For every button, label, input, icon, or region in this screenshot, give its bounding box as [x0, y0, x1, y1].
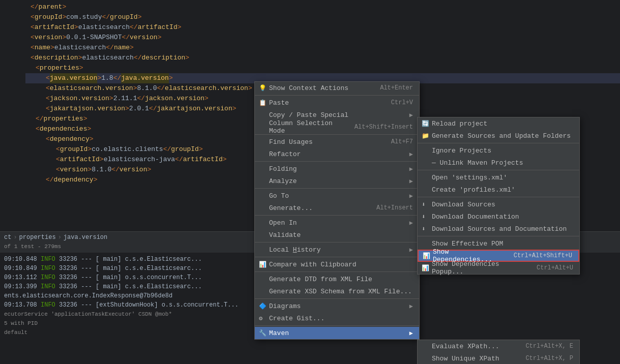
arrow-icon: ▶: [409, 302, 413, 310]
menu-item-label: Show Effective POM: [432, 240, 503, 248]
submenu-evaluate-xpath[interactable]: Evaluate XPath... Ctrl+Alt+X, E: [418, 340, 579, 352]
menu-generate-dtd[interactable]: Generate DTD from XML File: [255, 273, 419, 285]
menu-item-label: — Unlink Maven Projects: [432, 159, 523, 167]
menu-refactor[interactable]: Refactor ▶: [255, 148, 419, 160]
submenu-unlink-maven[interactable]: — Unlink Maven Projects: [418, 157, 579, 169]
menu-item-label: Go To: [269, 192, 289, 200]
compare-icon: 📊: [259, 261, 267, 268]
menu-item-label: Reload project: [432, 120, 487, 128]
menu-analyze[interactable]: Analyze ▶: [255, 175, 419, 187]
menu-item-label: Compare with Clipboard: [269, 261, 357, 268]
menu-item-label: Maven: [269, 329, 289, 337]
context-menu: 💡 Show Context Actions Alt+Enter 📋 Paste…: [254, 81, 420, 340]
shortcut-label: Ctrl+Alt+X, P: [525, 355, 573, 362]
lightbulb-icon: 💡: [259, 84, 267, 92]
code-line-5: <name>elasticsearch</name>: [25, 43, 620, 53]
menu-folding[interactable]: Folding ▶: [255, 163, 419, 175]
menu-item-label: Validate: [269, 231, 301, 239]
menu-paste[interactable]: 📋 Paste Ctrl+V: [255, 97, 419, 109]
breadcrumb-item-ct[interactable]: ct: [4, 234, 11, 241]
submenu-download-sources-docs[interactable]: ⬇ Download Sources and Documentation: [418, 223, 579, 235]
code-line-6: <description>elasticsearch</description>: [25, 53, 620, 63]
submenu-show-unique-xpath[interactable]: Show Unique XPath Ctrl+Alt+X, P: [418, 352, 579, 364]
menu-item-label: Refactor: [269, 150, 301, 158]
separator-1: [255, 95, 419, 96]
shortcut-label: Ctrl+Alt+U: [537, 264, 573, 271]
menu-item-label: Local History: [269, 246, 320, 254]
separator-3: [255, 161, 419, 162]
menu-go-to[interactable]: Go To ▶: [255, 190, 419, 202]
separator-10: [255, 325, 419, 326]
deps-icon: 📊: [423, 252, 430, 260]
menu-item-label: Create 'profiles.xml': [432, 186, 515, 194]
breadcrumb-item-properties[interactable]: properties: [19, 234, 56, 241]
menu-item-label: Download Documentation: [432, 213, 519, 221]
shortcut-label: Alt+Insert: [376, 204, 413, 211]
menu-item-label: Open In: [269, 219, 297, 227]
menu-item-label: Ignore Projects: [432, 147, 491, 155]
arrow-icon: ▶: [409, 219, 413, 227]
menu-generate[interactable]: Generate... Alt+Insert: [255, 202, 419, 214]
menu-item-label: Show Context Actions: [269, 84, 348, 92]
separator-r4: [418, 236, 579, 236]
breadcrumb-item-java-version[interactable]: java.version: [64, 234, 107, 241]
separator-5: [255, 215, 419, 216]
menu-item-label: Create Gist...: [269, 315, 324, 322]
separator-r1: [418, 143, 579, 143]
separator-6: [255, 242, 419, 242]
arrow-icon: ▶: [409, 165, 413, 173]
download-icon: ⬇: [422, 213, 425, 221]
menu-maven[interactable]: 🔧 Maven ▶: [255, 327, 419, 339]
submenu-download-documentation[interactable]: ⬇ Download Documentation: [418, 210, 579, 223]
menu-item-label: Evaluate XPath...: [432, 343, 499, 350]
separator-8: [255, 271, 419, 272]
shortcut-label: Alt+Shift+Insert: [355, 124, 413, 131]
menu-item-label: Generate DTD from XML File: [269, 276, 372, 283]
menu-open-in[interactable]: Open In ▶: [255, 217, 419, 229]
menu-diagrams[interactable]: 🔷 Diagrams ▶: [255, 300, 419, 312]
menu-item-label: Generate...: [269, 204, 313, 212]
menu-item-label: Generate Sources and Update Folders: [432, 132, 571, 140]
menu-item-label: Generate XSD Schema from XML File...: [269, 288, 412, 295]
shortcut-label: Ctrl+V: [391, 99, 413, 106]
code-line-3: <artifactId>elasticsearch</artifactId>: [25, 22, 620, 33]
submenu-show-dependencies-popup[interactable]: 📊 Show Dependencies Popup... Ctrl+Alt+U: [418, 262, 579, 274]
separator-r3: [418, 197, 579, 197]
menu-validate[interactable]: Validate: [255, 229, 419, 241]
menu-item-label: Paste: [269, 99, 289, 107]
submenu-generate-sources[interactable]: 📁 Generate Sources and Update Folders: [418, 130, 579, 142]
separator-r2: [418, 170, 579, 170]
code-line-4: <version>0.0.1-SNAPSHOT</version>: [25, 33, 620, 43]
code-line-2: <groupId>com.study</groupId>: [25, 12, 620, 22]
menu-item-label: Show Dependencies Popup...: [432, 260, 526, 276]
menu-generate-xsd[interactable]: Generate XSD Schema from XML File...: [255, 285, 419, 297]
menu-item-label: Diagrams: [269, 302, 301, 310]
submenu-ignore-projects[interactable]: Ignore Projects: [418, 144, 579, 157]
menu-item-label: Find Usages: [269, 138, 313, 146]
menu-show-context-actions[interactable]: 💡 Show Context Actions Alt+Enter: [255, 82, 419, 94]
download-icon: ⬇: [422, 225, 425, 233]
submenu-reload-project[interactable]: 🔄 Reload project: [418, 117, 579, 130]
shortcut-label: Ctrl+Alt+X, E: [525, 343, 573, 350]
submenu-create-profiles-xml[interactable]: Create 'profiles.xml': [418, 184, 579, 196]
code-line-7: <properties>: [25, 63, 620, 73]
menu-item-label: Download Sources and Documentation: [432, 225, 567, 233]
menu-item-label: Show Unique XPath: [432, 355, 499, 362]
menu-item-label: Folding: [269, 165, 297, 173]
arrow-icon: ▶: [409, 177, 413, 185]
menu-create-gist[interactable]: ⚙ Create Gist...: [255, 312, 419, 324]
menu-column-selection[interactable]: Column Selection Mode Alt+Shift+Insert: [255, 121, 419, 133]
download-icon: ⬇: [422, 201, 425, 208]
submenu-download-sources[interactable]: ⬇ Download Sources: [418, 198, 579, 210]
separator-4: [255, 188, 419, 189]
separator-9: [255, 298, 419, 299]
menu-compare-clipboard[interactable]: 📊 Compare with Clipboard: [255, 258, 419, 270]
generate-icon: 📁: [422, 132, 429, 140]
maven-submenu-right: 🔄 Reload project 📁 Generate Sources and …: [417, 117, 580, 275]
menu-find-usages[interactable]: Find Usages Alt+F7: [255, 136, 419, 148]
menu-item-label: Copy / Paste Special: [269, 111, 348, 119]
arrow-icon: ▶: [409, 150, 413, 158]
submenu-open-settings-xml[interactable]: Open 'settings.xml': [418, 171, 579, 184]
menu-local-history[interactable]: Local History ▶: [255, 244, 419, 256]
menu-item-label: Analyze: [269, 177, 297, 185]
